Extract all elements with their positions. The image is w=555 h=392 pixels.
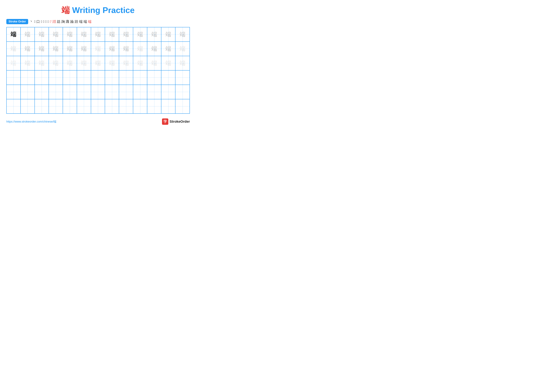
char-med: 端 (67, 45, 73, 53)
cell-5-7[interactable] (91, 85, 105, 99)
cell-5-11[interactable] (147, 85, 161, 99)
title-section: 端 Writing Practice (6, 5, 190, 16)
stroke-13: 踚 (70, 19, 74, 24)
cell-4-1[interactable] (7, 71, 21, 85)
footer-url: https://www.strokeorder.com/chinese/端 (6, 120, 56, 123)
grid-row-3: 端 端 端 端 端 端 端 端 端 端 端 端 (7, 56, 190, 71)
cell-5-9[interactable] (119, 85, 133, 99)
char-med: 端 (180, 30, 185, 38)
cell-3-6: 端 (77, 56, 91, 70)
char-med: 端 (39, 45, 44, 53)
char-light: 端 (25, 59, 30, 67)
char-med: 端 (39, 30, 44, 38)
stroke-11: 踘 (61, 19, 65, 24)
cell-5-1[interactable] (7, 85, 21, 99)
cell-5-3[interactable] (35, 85, 49, 99)
cell-5-4[interactable] (49, 85, 63, 99)
char-med: 端 (81, 45, 87, 53)
cell-4-7[interactable] (91, 71, 105, 85)
cell-6-5[interactable] (63, 99, 77, 113)
stroke-chars-container: 丶 𠃌 口 𠃗 𠄌 𠄎 𠄒 𠄒' 踖 踗 踘 踙 踚 踛 端 端 端 (30, 19, 91, 24)
cell-6-10[interactable] (133, 99, 147, 113)
cell-5-6[interactable] (77, 85, 91, 99)
cell-1-5: 端 (63, 27, 77, 42)
cell-6-11[interactable] (147, 99, 161, 113)
cell-5-12[interactable] (161, 85, 175, 99)
cell-4-9[interactable] (119, 71, 133, 85)
cell-1-7: 端 (91, 27, 105, 42)
cell-4-4[interactable] (49, 71, 63, 85)
stroke-1: 丶 (30, 19, 33, 24)
cell-3-1: 端 (7, 56, 21, 70)
char-light: 端 (81, 59, 87, 67)
stroke-7: 𠄒 (47, 20, 49, 24)
cell-1-12: 端 (161, 27, 175, 42)
cell-4-10[interactable] (133, 71, 147, 85)
char-med: 端 (151, 30, 157, 38)
char-med: 端 (123, 30, 129, 38)
cell-1-8: 端 (105, 27, 119, 42)
cell-2-7: 端 (91, 42, 105, 56)
char-med: 端 (109, 45, 115, 53)
grid-row-2: 端 端 端 端 端 端 端 端 端 端 端 端 (7, 42, 190, 56)
cell-3-10: 端 (133, 56, 147, 70)
cell-2-8: 端 (105, 42, 119, 56)
cell-4-8[interactable] (105, 71, 119, 85)
char-light: 端 (95, 45, 101, 53)
cell-4-5[interactable] (63, 71, 77, 85)
char-light: 端 (151, 59, 157, 67)
cell-4-6[interactable] (77, 71, 91, 85)
practice-grid: 端 端 端 端 端 端 端 端 端 端 端 端 (6, 27, 190, 114)
char-light: 端 (39, 59, 44, 67)
char-med: 端 (81, 30, 87, 38)
cell-5-10[interactable] (133, 85, 147, 99)
grid-row-6 (7, 99, 190, 113)
cell-1-11: 端 (147, 27, 161, 42)
cell-4-11[interactable] (147, 71, 161, 85)
stroke-10: 踗 (57, 19, 60, 24)
char-dark: 端 (11, 30, 16, 38)
cell-6-3[interactable] (35, 99, 49, 113)
char-light: 端 (109, 59, 115, 67)
cell-6-9[interactable] (119, 99, 133, 113)
char-med: 端 (109, 30, 115, 38)
char-med: 端 (53, 30, 58, 38)
char-med: 端 (25, 45, 30, 53)
cell-2-13: 端 (175, 42, 190, 56)
stroke-order-row: Stroke Order 丶 𠃌 口 𠃗 𠄌 𠄎 𠄒 𠄒' 踖 踗 踘 踙 踚 … (6, 19, 190, 24)
cell-6-2[interactable] (21, 99, 35, 113)
cell-1-3: 端 (35, 27, 49, 42)
cell-6-8[interactable] (105, 99, 119, 113)
cell-2-12: 端 (161, 42, 175, 56)
cell-2-1: 端 (7, 42, 21, 56)
cell-4-3[interactable] (35, 71, 49, 85)
char-light: 端 (95, 59, 101, 67)
grid-row-4 (7, 71, 190, 85)
stroke-9: 踖 (52, 19, 56, 24)
title-chinese-char: 端 (62, 6, 70, 15)
cell-6-6[interactable] (77, 99, 91, 113)
char-light: 端 (137, 59, 143, 67)
cell-4-12[interactable] (161, 71, 175, 85)
cell-3-11: 端 (147, 56, 161, 70)
cell-6-12[interactable] (161, 99, 175, 113)
cell-1-13: 端 (175, 27, 190, 42)
stroke-6: 𠄎 (45, 20, 46, 24)
char-light: 端 (11, 45, 16, 53)
cell-5-8[interactable] (105, 85, 119, 99)
cell-6-4[interactable] (49, 99, 63, 113)
cell-3-12: 端 (161, 56, 175, 70)
cell-6-13[interactable] (175, 99, 190, 113)
cell-3-5: 端 (63, 56, 77, 70)
cell-5-5[interactable] (63, 85, 77, 99)
cell-6-7[interactable] (91, 99, 105, 113)
char-light: 端 (166, 59, 171, 67)
stroke-order-badge: Stroke Order (6, 19, 28, 24)
cell-4-13[interactable] (175, 71, 190, 85)
cell-6-1[interactable] (7, 99, 21, 113)
cell-2-4: 端 (49, 42, 63, 56)
cell-4-2[interactable] (21, 71, 35, 85)
cell-5-2[interactable] (21, 85, 35, 99)
cell-1-4: 端 (49, 27, 63, 42)
cell-5-13[interactable] (175, 85, 190, 99)
